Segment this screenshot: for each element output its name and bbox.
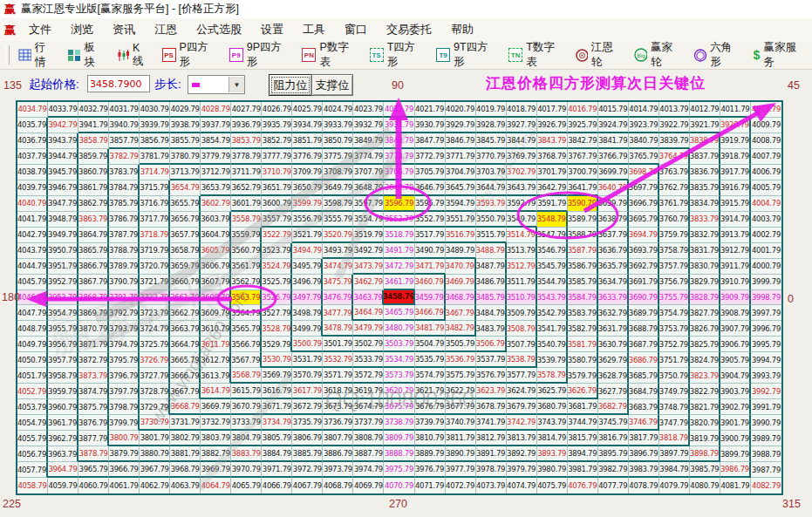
- grid-cell: 3772.79: [415, 149, 446, 165]
- grid-cell: 3651.79: [262, 180, 292, 196]
- toolbar-winner-wheel[interactable]: Big 赢家轮: [630, 38, 686, 71]
- chevron-down-icon[interactable]: ▼: [229, 77, 244, 92]
- grid-cell: 4014.79: [629, 102, 659, 118]
- grid-cell: 3718.79: [140, 228, 170, 243]
- step-dropdown[interactable]: ▼: [188, 75, 245, 94]
- toolbar-hexagon[interactable]: 六角形: [689, 38, 745, 71]
- grid-cell: 3711.79: [231, 165, 262, 180]
- grid-cell: 3573.79: [384, 368, 414, 384]
- toolbar-winner-service[interactable]: $ 赢家服务: [749, 38, 809, 71]
- grid-cell: 3488.79: [476, 243, 507, 259]
- grid-cell: 3458.79: [384, 290, 414, 306]
- grid-cell: 3885.79: [292, 446, 323, 462]
- grid-cell: 3994.79: [751, 352, 781, 368]
- grid-cell: 3777.79: [262, 149, 292, 165]
- resistance-button[interactable]: 阻力位: [269, 74, 312, 96]
- grid-cell: 3584.79: [568, 290, 598, 306]
- toolbar-p-square[interactable]: PS P四方形: [158, 38, 222, 71]
- grid-cell: 3952.79: [48, 275, 78, 290]
- menu-formula-stock-pick[interactable]: 公式选股: [187, 19, 251, 40]
- grid-cell: 3984.79: [659, 462, 690, 478]
- grid-cell: 3536.79: [446, 352, 476, 368]
- grid-cell: 3654.79: [170, 180, 201, 196]
- grid-cell: 3712.79: [201, 165, 231, 180]
- grid-cell: 3569.79: [262, 368, 292, 384]
- grid-cell: 4060.79: [78, 478, 109, 493]
- toolbar-9t-square[interactable]: T9 9T四方形: [432, 38, 501, 71]
- grid-cell: 3612.79: [201, 352, 231, 368]
- grid-cell: 3804.79: [231, 431, 262, 446]
- grid-cell: 3780.79: [170, 149, 201, 165]
- grid-cell: 4010.79: [751, 102, 781, 118]
- grid-cell: 3806.79: [292, 431, 323, 446]
- menu-help[interactable]: 帮助: [441, 19, 483, 40]
- grid-cell: 3787.79: [109, 228, 140, 243]
- grid-cell: 4076.79: [568, 478, 598, 493]
- grid-cell: 4071.79: [415, 478, 446, 493]
- grid-cell: 3895.79: [598, 446, 629, 462]
- grid-cell: 3503.79: [384, 337, 414, 352]
- grid-cell: 3815.79: [568, 431, 598, 446]
- support-button[interactable]: 支撑位: [311, 74, 353, 96]
- grid-cell: 3824.79: [690, 352, 720, 368]
- start-price-input[interactable]: [87, 75, 150, 92]
- grid-cell: 3597.79: [353, 196, 384, 212]
- grid-cell: 3855.79: [170, 133, 201, 149]
- grid-cell: 3630.79: [598, 337, 629, 352]
- grid-cell: 3726.79: [140, 352, 170, 368]
- grid-cell: 3479.79: [353, 321, 384, 337]
- grid-cell: 3953.79: [48, 290, 78, 306]
- grid-cell: 3735.79: [292, 415, 323, 431]
- menu-settings[interactable]: 设置: [251, 19, 293, 40]
- grid-cell: 3493.79: [323, 243, 353, 259]
- grid-cell: 3583.79: [568, 305, 598, 321]
- toolbar-gann-wheel[interactable]: 江恩轮: [571, 38, 626, 71]
- toolbar-p-number[interactable]: PN P数字表: [297, 38, 361, 71]
- grid-cell: 3816.79: [598, 431, 629, 446]
- grid-cell: 4032.79: [78, 102, 109, 118]
- grid-cell: 3760.79: [659, 212, 690, 228]
- grid-cell: 3827.79: [690, 305, 720, 321]
- grid-cell: 3917.79: [720, 165, 751, 180]
- menu-tools[interactable]: 工具: [293, 19, 335, 40]
- app-window: 赢 赢家江恩专业版[赢家服务平台] - [价格正方形] 赢 文件 浏览 资讯 江…: [0, 0, 812, 517]
- grid-cell: 3524.79: [262, 259, 292, 275]
- grid-cell: 3946.79: [48, 180, 78, 196]
- grid-cell: 3949.79: [48, 228, 78, 243]
- grid-cell: 3680.79: [537, 399, 568, 415]
- toolbar-9p-square[interactable]: P9 9P四方形: [225, 38, 295, 71]
- grid-cell: 3556.79: [292, 212, 323, 228]
- grid-cell: 3670.79: [231, 399, 262, 415]
- grid-cell: 3564.79: [231, 305, 262, 321]
- grid-cell: 4070.79: [384, 478, 414, 493]
- grid-cell: 3717.79: [140, 212, 170, 228]
- grid-cell: 3470.79: [446, 259, 476, 275]
- toolbar-quotes[interactable]: 行情: [14, 38, 60, 71]
- toolbar-sectors[interactable]: 板块: [63, 38, 109, 71]
- grid-cell: 3962.79: [48, 431, 78, 446]
- menu-news[interactable]: 资讯: [103, 19, 145, 40]
- grid-cell: 3831.79: [690, 243, 720, 259]
- menu-gann[interactable]: 江恩: [145, 19, 187, 40]
- grid-cell: 3469.79: [446, 275, 476, 290]
- grid-cell: 3636.79: [598, 243, 629, 259]
- toolbar-t-square[interactable]: TS T四方形: [365, 38, 428, 71]
- grid-cell: 3998.79: [751, 290, 781, 306]
- grid-cell: 3786.79: [109, 212, 140, 228]
- toolbar-t-number[interactable]: TN T数字表: [504, 38, 567, 71]
- grid-cell: 3553.79: [384, 212, 414, 228]
- grid-cell: 3647.79: [384, 180, 414, 196]
- menu-window[interactable]: 窗口: [335, 19, 377, 40]
- grid-cell: 3589.79: [568, 212, 598, 228]
- toolbar-grip[interactable]: [5, 45, 10, 65]
- grid-cell: 3856.79: [140, 133, 170, 149]
- menu-file[interactable]: 文件: [19, 19, 61, 40]
- grid-cell: 3963.79: [48, 446, 78, 462]
- grid-cell: 3746.79: [629, 415, 659, 431]
- grid-cell: 3539.79: [537, 352, 568, 368]
- menu-browse[interactable]: 浏览: [61, 19, 103, 40]
- menu-trade-entrust[interactable]: 交易委托: [377, 19, 441, 40]
- grid-cell: 3878.79: [78, 446, 109, 462]
- toolbar-kline[interactable]: K线: [113, 40, 154, 71]
- grid-cell: 3525.79: [262, 275, 292, 290]
